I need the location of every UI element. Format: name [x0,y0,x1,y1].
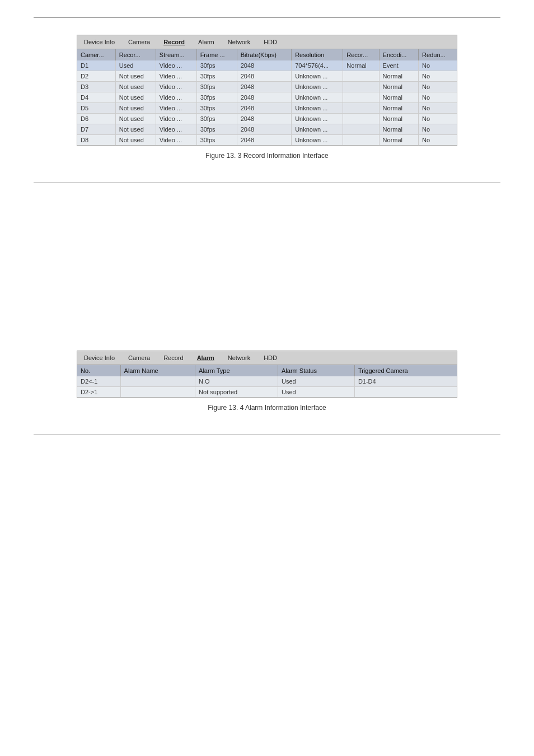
tab2-alarm[interactable]: Alarm [195,353,217,362]
record-cell-5: Unknown ... [292,103,343,114]
record-cell-3: 30fps [196,60,237,71]
record-cell-2: Video ... [156,71,196,82]
record-cell-3: 30fps [196,114,237,124]
tab-camera[interactable]: Camera [126,38,152,46]
tab-hdd[interactable]: HDD [261,38,279,46]
record-cell-5: Unknown ... [292,82,343,92]
alarm-tab-header: Device Info Camera Record Alarm Network … [77,351,457,365]
record-cell-8: No [419,71,457,82]
tab2-network[interactable]: Network [226,353,252,362]
figure2-caption: Figure 13. 4 Alarm Information Interface [34,404,500,412]
record-cell-2: Video ... [156,92,196,103]
record-cell-7: Normal [379,92,419,103]
record-cell-4: 2048 [237,114,292,124]
alarm-cell-1 [120,376,195,387]
record-cell-7: Event [379,60,419,71]
record-cell-1: Not used [115,114,156,124]
tab-alarm[interactable]: Alarm [196,38,217,46]
tab2-device-info[interactable]: Device Info [82,353,117,362]
record-cell-8: No [419,82,457,92]
col-camera: Camer... [77,49,115,60]
record-cell-4: 2048 [237,82,292,92]
record-cell-8: No [419,103,457,114]
record-cell-6 [343,103,379,114]
record-cell-2: Video ... [156,135,196,146]
alarm-col-no: No. [77,365,120,376]
tab2-camera[interactable]: Camera [126,353,152,362]
record-cell-8: No [419,60,457,71]
alarm-cell-2: Not supported [195,387,278,398]
record-cell-2: Video ... [156,60,196,71]
alarm-table-wrapper: Device Info Camera Record Alarm Network … [77,351,457,398]
record-cell-6 [343,82,379,92]
record-cell-0: D2 [77,71,115,82]
alarm-table-row: D2<-1N.OUsedD1-D4 [77,376,457,387]
col-stream: Stream... [156,49,196,60]
record-cell-4: 2048 [237,60,292,71]
bottom-divider [34,434,500,435]
tab-record[interactable]: Record [161,38,187,46]
figure1-section: Device Info Camera Record Alarm Network … [34,35,500,160]
record-table-row: D1UsedVideo ...30fps2048704*576(4...Norm… [77,60,457,71]
alarm-cell-1 [120,387,195,398]
record-table-row: D6Not usedVideo ...30fps2048Unknown ...N… [77,114,457,124]
record-cell-2: Video ... [156,82,196,92]
tab2-record[interactable]: Record [161,353,185,362]
record-cell-1: Used [115,60,156,71]
record-cell-0: D7 [77,124,115,135]
alarm-cell-4 [354,387,457,398]
alarm-col-type: Alarm Type [195,365,278,376]
col-resolution: Resolution [292,49,343,60]
alarm-cell-4: D1-D4 [354,376,457,387]
record-cell-2: Video ... [156,124,196,135]
record-cell-4: 2048 [237,124,292,135]
record-cell-7: Normal [379,71,419,82]
record-cell-7: Normal [379,103,419,114]
record-table-row: D3Not usedVideo ...30fps2048Unknown ...N… [77,82,457,92]
record-cell-3: 30fps [196,135,237,146]
record-cell-0: D1 [77,60,115,71]
record-cell-4: 2048 [237,135,292,146]
alarm-col-triggered: Triggered Camera [354,365,457,376]
record-cell-3: 30fps [196,92,237,103]
alarm-cell-0: D2<-1 [77,376,120,387]
record-cell-6: Normal [343,60,379,71]
tab2-hdd[interactable]: HDD [261,353,279,362]
record-cell-1: Not used [115,82,156,92]
record-cell-3: 30fps [196,103,237,114]
record-table-wrapper: Device Info Camera Record Alarm Network … [77,35,457,146]
record-cell-5: Unknown ... [292,92,343,103]
record-table-row: D7Not usedVideo ...30fps2048Unknown ...N… [77,124,457,135]
alarm-cell-2: N.O [195,376,278,387]
record-table-row: D8Not usedVideo ...30fps2048Unknown ...N… [77,135,457,146]
alarm-cell-0: D2->1 [77,387,120,398]
record-cell-2: Video ... [156,114,196,124]
record-cell-6 [343,114,379,124]
record-tab-header: Device Info Camera Record Alarm Network … [77,35,457,49]
record-cell-4: 2048 [237,92,292,103]
tab-network[interactable]: Network [226,38,252,46]
record-cell-1: Not used [115,92,156,103]
record-cell-7: Normal [379,135,419,146]
record-cell-5: 704*576(4... [292,60,343,71]
page-container: Device Info Camera Record Alarm Network … [0,0,534,463]
section-divider-1 [34,182,500,183]
alarm-col-name: Alarm Name [120,365,195,376]
record-cell-8: No [419,114,457,124]
alarm-cell-3: Used [278,376,355,387]
tab-device-info[interactable]: Device Info [82,38,117,46]
record-cell-3: 30fps [196,124,237,135]
record-cell-1: Not used [115,71,156,82]
col-recor1: Recor... [115,49,156,60]
col-redun: Redun... [419,49,457,60]
record-cell-5: Unknown ... [292,71,343,82]
record-cell-4: 2048 [237,103,292,114]
col-encodi: Encodi... [379,49,419,60]
record-cell-0: D6 [77,114,115,124]
record-cell-6 [343,124,379,135]
alarm-data-table: No. Alarm Name Alarm Type Alarm Status T… [77,365,457,398]
alarm-col-status: Alarm Status [278,365,355,376]
record-table-header-row: Camer... Recor... Stream... Frame ... Bi… [77,49,457,60]
record-cell-2: Video ... [156,103,196,114]
record-table-row: D2Not usedVideo ...30fps2048Unknown ...N… [77,71,457,82]
